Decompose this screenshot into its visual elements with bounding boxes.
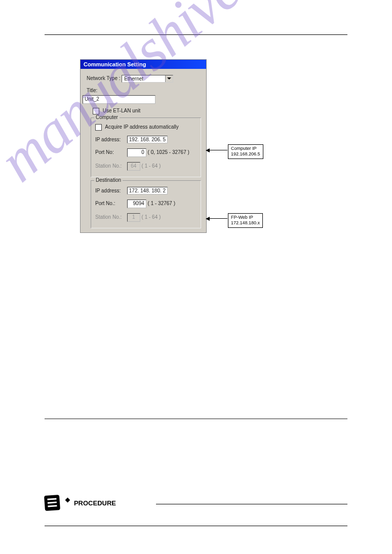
ip-octet[interactable]: 192 — [129, 137, 138, 142]
header-rule — [45, 34, 347, 35]
etlan-checkbox[interactable] — [93, 108, 99, 114]
ip-octet[interactable]: 206 — [151, 137, 160, 142]
ip-octet[interactable]: 172 — [129, 188, 138, 193]
network-type-value: Ethernet — [124, 76, 143, 82]
figure-dialog: Communication Setting Network Type : Eth… — [80, 59, 317, 271]
dest-port-range: ( 1 - 32767 ) — [148, 201, 175, 206]
ip-octet[interactable]: 148 — [140, 188, 149, 193]
network-type-label: Network Type : — [87, 75, 121, 81]
computer-group-title: Computer — [94, 114, 120, 120]
auto-ip-label: Acquire IP address automatically — [105, 124, 178, 130]
comp-port-range: ( 0, 1025 - 32767 ) — [148, 149, 189, 155]
dest-ip-label: IP address: — [95, 188, 126, 193]
arrow-icon — [209, 218, 227, 219]
dropdown-icon[interactable] — [165, 75, 173, 82]
communication-setting-dialog: Communication Setting Network Type : Eth… — [80, 59, 207, 233]
procedure-rule — [156, 504, 347, 504]
dest-port-label: Port No.: — [95, 201, 126, 206]
title-label: Title: — [87, 88, 97, 93]
etlan-label: Use ET-LAN unit — [103, 108, 140, 113]
comp-ip-label: IP address: — [95, 137, 126, 142]
callout-line: 172.148.180.x — [231, 220, 260, 226]
ip-octet[interactable]: 2 — [163, 188, 166, 193]
dest-station-label: Station No.: — [95, 214, 126, 220]
ip-octet[interactable]: 5 — [163, 137, 166, 142]
procedure-block: PROCEDURE — [45, 495, 347, 516]
diamond-icon — [65, 498, 70, 503]
callout-computer-ip: Computer IP 192.168.206.5 — [228, 144, 263, 159]
comp-station-label: Station No.: — [95, 163, 126, 169]
footer-rule — [45, 526, 347, 526]
ip-octet[interactable]: 180 — [151, 188, 160, 193]
comp-port-label: Port No: — [95, 149, 126, 155]
dest-station-input: 1 — [127, 213, 140, 222]
dest-ip-input[interactable]: 172. 148. 180. 2 — [127, 187, 168, 194]
comp-station-input: 64 — [127, 162, 140, 171]
dest-station-range: ( 1 - 64 ) — [142, 214, 161, 220]
callout-fpweb-ip: FP-Web IP 172.148.180.x — [228, 213, 263, 228]
destination-group: Destination IP address: 172. 148. 180. 2… — [91, 180, 201, 228]
ip-octet[interactable]: 168 — [140, 137, 149, 142]
comp-ip-input[interactable]: 192. 168. 206. 5 — [127, 136, 168, 143]
dialog-title: Communication Setting — [81, 60, 206, 69]
notes — [80, 284, 347, 287]
computer-group: Computer Acquire IP address automaticall… — [91, 117, 201, 177]
network-type-select[interactable]: Ethernet — [122, 75, 173, 83]
callout-line: Computer IP — [231, 146, 260, 151]
section-divider — [45, 418, 347, 419]
procedure-label: PROCEDURE — [74, 499, 116, 507]
auto-ip-checkbox[interactable] — [95, 124, 102, 131]
dest-group-title: Destination — [94, 177, 123, 183]
comp-station-range: ( 1 - 64 ) — [142, 163, 161, 169]
callout-line: 192.168.206.5 — [231, 151, 260, 157]
callout-line: FP-Web IP — [231, 215, 260, 220]
dest-port-input[interactable]: 9094 — [127, 200, 146, 208]
title-input[interactable]: Unit_2 — [83, 95, 155, 104]
comp-port-input[interactable]: 0 — [127, 148, 146, 157]
procedure-icon — [44, 495, 60, 511]
arrow-icon — [209, 150, 227, 150]
